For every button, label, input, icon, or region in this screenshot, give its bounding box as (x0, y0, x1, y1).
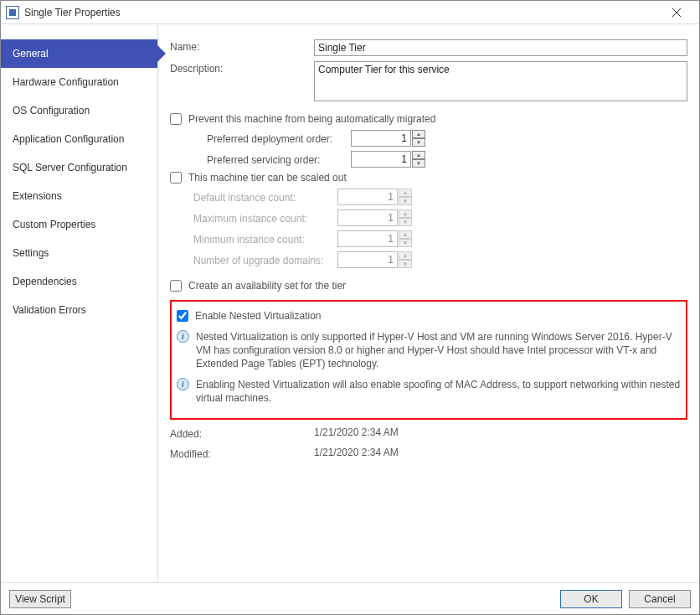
info-row-2: i Enabling Nested Virtualization will al… (177, 378, 681, 405)
info-row-1: i Nested Virtualization is only supporte… (177, 330, 681, 371)
service-order-spinner: ▲ ▼ (351, 151, 425, 168)
info-text-1: Nested Virtualization is only supported … (196, 330, 681, 371)
name-label: Name: (170, 39, 314, 53)
sidebar-item-application[interactable]: Application Configuration (1, 125, 157, 153)
min-instances-input (337, 230, 398, 247)
sidebar-item-extensions[interactable]: Extensions (1, 182, 157, 210)
spinner-down-icon: ▼ (399, 218, 412, 226)
name-input[interactable] (314, 39, 687, 56)
max-instances-label: Maximum instance count: (170, 211, 337, 225)
prevent-migration-checkbox[interactable] (170, 113, 182, 125)
spinner-up-icon[interactable]: ▲ (412, 130, 425, 138)
default-instances-row: Default instance count: ▲ ▼ (170, 189, 687, 205)
sidebar-item-hardware[interactable]: Hardware Configuration (1, 68, 157, 96)
info-icon: i (177, 378, 189, 390)
deploy-order-row: Preferred deployment order: ▲ ▼ (170, 130, 687, 147)
spinner-up-icon[interactable]: ▲ (412, 151, 425, 159)
sidebar-item-sql[interactable]: SQL Server Configuration (1, 153, 157, 182)
prevent-migration-label: Prevent this machine from being automati… (188, 113, 435, 125)
sidebar-item-validation[interactable]: Validation Errors (1, 296, 157, 324)
modified-row: Modified: 1/21/2020 2:34 AM (170, 447, 687, 460)
service-order-input[interactable] (351, 151, 411, 168)
sidebar-item-label: OS Configuration (13, 105, 90, 116)
upgrade-domains-input (337, 251, 398, 268)
sidebar-item-dependencies[interactable]: Dependencies (1, 267, 157, 296)
deploy-order-label: Preferred deployment order: (170, 132, 351, 145)
min-instances-row: Minimum instance count: ▲ ▼ (170, 230, 687, 247)
spinner-buttons: ▲ ▼ (412, 130, 425, 147)
app-icon-inner (9, 9, 16, 16)
default-instances-spinner: ▲ ▼ (337, 189, 412, 205)
info-text-2: Enabling Nested Virtualization will also… (196, 378, 681, 405)
prevent-migration-row: Prevent this machine from being automati… (170, 113, 687, 125)
scale-out-checkbox[interactable] (170, 172, 182, 183)
spinner-down-icon: ▼ (399, 197, 412, 205)
info-icon: i (177, 330, 189, 343)
sidebar-item-label: Dependencies (13, 276, 77, 287)
spinner-buttons: ▲ ▼ (399, 230, 412, 247)
modified-label: Modified: (170, 447, 314, 460)
sidebar-item-os[interactable]: OS Configuration (1, 96, 157, 125)
service-order-row: Preferred servicing order: ▲ ▼ (170, 151, 687, 168)
nested-virt-row: Enable Nested Virtualization (177, 310, 681, 322)
nested-virt-highlight: Enable Nested Virtualization i Nested Vi… (170, 300, 687, 420)
spinner-buttons: ▲ ▼ (399, 189, 412, 205)
description-input[interactable]: Computer Tier for this service (314, 61, 687, 101)
deploy-order-spinner: ▲ ▼ (351, 130, 425, 147)
scale-out-label: This machine tier can be scaled out (188, 172, 347, 183)
upgrade-domains-row: Number of upgrade domains: ▲ ▼ (170, 251, 687, 268)
dialog-window: Single Tier Properties General Hardware … (0, 0, 700, 615)
cancel-button[interactable]: Cancel (629, 590, 691, 608)
availability-set-row: Create an availability set for the tier (170, 280, 687, 292)
default-instances-input (337, 189, 398, 205)
sidebar-item-settings[interactable]: Settings (1, 239, 157, 267)
max-instances-row: Maximum instance count: ▲ ▼ (170, 209, 687, 226)
dialog-footer: View Script OK Cancel (1, 582, 699, 614)
ok-button[interactable]: OK (560, 590, 622, 608)
min-instances-spinner: ▲ ▼ (337, 230, 412, 247)
description-label: Description: (170, 61, 314, 75)
sidebar-item-label: Settings (13, 247, 49, 259)
sidebar-item-label: Application Configuration (13, 133, 124, 145)
spinner-up-icon: ▲ (399, 230, 412, 239)
sidebar-item-custom[interactable]: Custom Properties (1, 210, 157, 239)
deploy-order-input[interactable] (351, 130, 411, 147)
sidebar-item-label: SQL Server Configuration (13, 162, 127, 173)
description-row: Description: Computer Tier for this serv… (170, 61, 687, 101)
close-icon (672, 8, 681, 17)
sidebar: General Hardware Configuration OS Config… (1, 24, 158, 582)
added-label: Added: (170, 426, 314, 440)
spinner-buttons: ▲ ▼ (399, 251, 412, 268)
availability-set-checkbox[interactable] (170, 280, 182, 292)
upgrade-domains-spinner: ▲ ▼ (337, 251, 412, 268)
nested-virt-label: Enable Nested Virtualization (195, 310, 322, 322)
service-order-label: Preferred servicing order: (170, 152, 351, 166)
modified-value: 1/21/2020 2:34 AM (314, 447, 399, 460)
titlebar: Single Tier Properties (1, 1, 699, 24)
default-instances-label: Default instance count: (170, 190, 337, 204)
spinner-down-icon[interactable]: ▼ (412, 159, 425, 168)
scale-out-row: This machine tier can be scaled out (170, 172, 687, 183)
spinner-down-icon: ▼ (399, 239, 412, 247)
close-button[interactable] (659, 2, 694, 23)
view-script-button[interactable]: View Script (9, 590, 71, 608)
sidebar-item-label: Extensions (13, 190, 62, 202)
sidebar-item-general[interactable]: General (1, 39, 157, 68)
min-instances-label: Minimum instance count: (170, 232, 337, 245)
availability-set-label: Create an availability set for the tier (188, 280, 346, 292)
app-icon (6, 6, 19, 19)
sidebar-item-label: Validation Errors (13, 304, 86, 316)
window-title: Single Tier Properties (24, 7, 121, 18)
max-instances-input (337, 209, 398, 226)
nested-virt-checkbox[interactable] (177, 310, 188, 322)
spinner-down-icon: ▼ (399, 260, 412, 268)
spinner-buttons: ▲ ▼ (412, 151, 425, 168)
name-row: Name: (170, 39, 687, 56)
spinner-down-icon[interactable]: ▼ (412, 138, 425, 147)
content-panel: Name: Description: Computer Tier for thi… (158, 24, 699, 582)
added-value: 1/21/2020 2:34 AM (314, 426, 399, 440)
spinner-up-icon: ▲ (399, 209, 412, 218)
upgrade-domains-label: Number of upgrade domains: (170, 253, 337, 266)
max-instances-spinner: ▲ ▼ (337, 209, 412, 226)
sidebar-item-label: General (13, 48, 49, 59)
